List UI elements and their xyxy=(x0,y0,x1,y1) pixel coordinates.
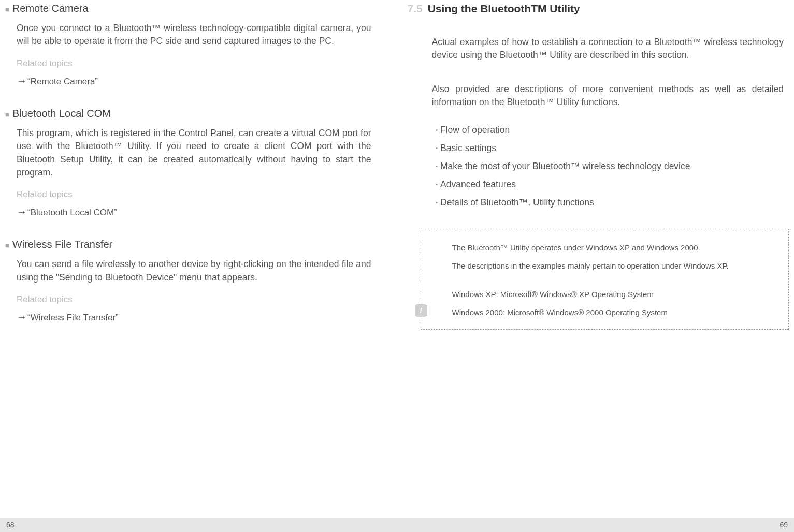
bullet-icon: • xyxy=(436,145,438,151)
bullet-text: Make the most of your Bluetooth™ wireles… xyxy=(440,161,690,171)
infobox-line-3: Windows XP: Microsoft® Windows® XP Opera… xyxy=(452,288,778,300)
heading-text: Remote Camera xyxy=(12,3,89,14)
right-page: 7.5Using the BluetoothTM Utility Actual … xyxy=(397,0,795,518)
bullet-text: Flow of operation xyxy=(440,125,510,135)
list-item: •Make the most of your Bluetooth™ wirele… xyxy=(436,161,784,172)
arrow-icon: → xyxy=(17,75,27,86)
list-item: •Advanced features xyxy=(436,179,784,190)
left-page: ■Remote Camera Once you connect to a Blu… xyxy=(0,0,397,518)
arrow-icon: → xyxy=(17,206,27,217)
bullet-icon: • xyxy=(436,182,438,187)
info-box: ! The Bluetooth™ Utility operates under … xyxy=(421,229,789,330)
section-heading: ■Remote Camera xyxy=(5,3,371,14)
chapter-title: Using the BluetoothTM Utility xyxy=(428,3,580,14)
list-item: •Flow of operation xyxy=(436,125,784,136)
related-topics-label: Related topics xyxy=(17,294,371,305)
section-heading: ■Wireless File Transfer xyxy=(5,239,371,250)
bullet-text: Advanced features xyxy=(440,179,516,189)
bullet-icon: • xyxy=(436,164,438,169)
square-bullet-icon: ■ xyxy=(5,111,9,119)
chapter-heading: 7.5Using the BluetoothTM Utility xyxy=(408,3,784,15)
square-bullet-icon: ■ xyxy=(5,6,9,13)
bullet-icon: • xyxy=(436,200,438,205)
section-remote-camera: ■Remote Camera Once you connect to a Blu… xyxy=(10,3,371,87)
chapter-number: 7.5 xyxy=(408,3,423,14)
section-body: This program, which is registered in the… xyxy=(17,127,371,180)
info-icon: ! xyxy=(415,304,427,317)
list-item: •Details of Bluetooth™, Utility function… xyxy=(436,197,784,208)
footer: 68 69 xyxy=(0,518,794,532)
related-topics-label: Related topics xyxy=(17,58,371,69)
related-link-text: “Remote Camera” xyxy=(27,77,98,86)
bullet-icon: • xyxy=(436,127,438,133)
list-item: •Basic settings xyxy=(436,143,784,154)
pages-container: ■Remote Camera Once you connect to a Blu… xyxy=(0,0,794,518)
section-heading: ■Bluetooth Local COM xyxy=(5,108,371,120)
section-wireless-file-transfer: ■Wireless File Transfer You can send a f… xyxy=(10,239,371,323)
arrow-icon: → xyxy=(17,311,27,322)
page-number-left: 68 xyxy=(6,521,15,529)
related-link: →“Remote Camera” xyxy=(17,75,371,87)
page-number-right: 69 xyxy=(779,521,788,529)
heading-text: Bluetooth Local COM xyxy=(12,108,111,119)
related-topics-label: Related topics xyxy=(17,189,371,200)
intro-paragraph-2: Also provided are descriptions of more c… xyxy=(432,83,784,109)
section-body: Once you connect to a Bluetooth™ wireles… xyxy=(17,22,371,48)
section-bluetooth-local-com: ■Bluetooth Local COM This program, which… xyxy=(10,108,371,218)
related-link: →“Wireless File Transfer” xyxy=(17,311,371,323)
related-link-text: “Wireless File Transfer” xyxy=(27,313,119,322)
spacer xyxy=(452,278,778,288)
heading-text: Wireless File Transfer xyxy=(12,239,112,250)
section-body: You can send a file wirelessly to anothe… xyxy=(17,258,371,284)
infobox-line-4: Windows 2000: Microsoft® Windows® 2000 O… xyxy=(452,306,778,318)
square-bullet-icon: ■ xyxy=(5,242,9,249)
infobox-line-1: The Bluetooth™ Utility operates under Wi… xyxy=(452,242,778,254)
bullet-list: •Flow of operation •Basic settings •Make… xyxy=(436,125,784,208)
infobox-line-2: The descriptions in the examples mainly … xyxy=(452,260,778,272)
bullet-text: Basic settings xyxy=(440,143,496,153)
related-link-text: “Bluetooth Local COM” xyxy=(27,208,117,217)
bullet-text: Details of Bluetooth™, Utility functions xyxy=(440,197,594,208)
intro-paragraph-1: Actual examples of how to establish a co… xyxy=(432,36,784,62)
related-link: →“Bluetooth Local COM” xyxy=(17,206,371,218)
